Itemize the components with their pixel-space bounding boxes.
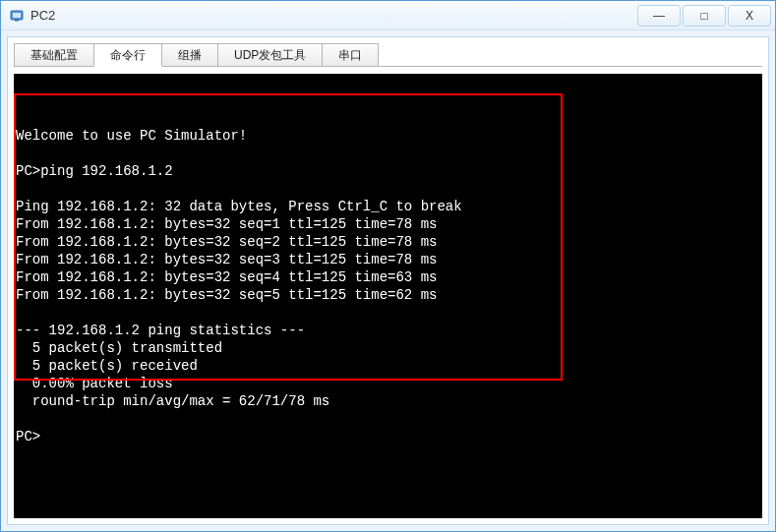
tab-label: 串口 bbox=[338, 47, 362, 64]
tab-label: 组播 bbox=[178, 47, 202, 64]
tab-multicast[interactable]: 组播 bbox=[161, 43, 218, 67]
terminal-line: Welcome to use PC Simulator! bbox=[16, 128, 247, 144]
client-area: 基础配置 命令行 组播 UDP发包工具 串口 Welcome to use PC… bbox=[7, 36, 769, 525]
window-controls: — □ X bbox=[637, 5, 771, 27]
terminal-output: Welcome to use PC Simulator! PC>ping 192… bbox=[14, 127, 762, 445]
tab-label: 命令行 bbox=[110, 47, 146, 64]
terminal-line: --- 192.168.1.2 ping statistics --- bbox=[16, 323, 305, 338]
terminal-line: PC>ping 192.168.1.2 bbox=[16, 163, 173, 179]
terminal-line: From 192.168.1.2: bytes=32 seq=1 ttl=125… bbox=[16, 216, 437, 232]
tab-label: 基础配置 bbox=[30, 47, 78, 64]
tab-label: UDP发包工具 bbox=[234, 47, 306, 64]
tab-basic-config[interactable]: 基础配置 bbox=[14, 43, 94, 67]
terminal-line: round-trip min/avg/max = 62/71/78 ms bbox=[16, 393, 329, 409]
svg-rect-1 bbox=[13, 13, 21, 18]
terminal-line: From 192.168.1.2: bytes=32 seq=5 ttl=125… bbox=[16, 287, 437, 303]
terminal-line: From 192.168.1.2: bytes=32 seq=4 ttl=125… bbox=[16, 269, 437, 285]
terminal[interactable]: Welcome to use PC Simulator! PC>ping 192… bbox=[14, 74, 762, 518]
terminal-line: From 192.168.1.2: bytes=32 seq=3 ttl=125… bbox=[16, 252, 437, 267]
svg-rect-2 bbox=[15, 20, 19, 22]
terminal-line: Ping 192.168.1.2: 32 data bytes, Press C… bbox=[16, 199, 462, 214]
maximize-button[interactable]: □ bbox=[683, 5, 726, 27]
application-window: PC2 — □ X 基础配置 命令行 组播 UDP发包工具 串口 Welcome… bbox=[0, 0, 776, 532]
tab-udp-tool[interactable]: UDP发包工具 bbox=[217, 43, 323, 67]
window-title: PC2 bbox=[30, 8, 55, 23]
terminal-line: From 192.168.1.2: bytes=32 seq=2 ttl=125… bbox=[16, 234, 437, 250]
close-button[interactable]: X bbox=[728, 5, 771, 27]
terminal-line: 0.00% packet loss bbox=[16, 376, 173, 391]
app-icon bbox=[9, 8, 25, 24]
titlebar[interactable]: PC2 — □ X bbox=[1, 1, 775, 30]
terminal-line: 5 packet(s) received bbox=[16, 358, 198, 374]
terminal-prompt[interactable]: PC> bbox=[16, 429, 40, 444]
tab-serial[interactable]: 串口 bbox=[322, 43, 379, 67]
tab-strip: 基础配置 命令行 组播 UDP发包工具 串口 bbox=[8, 37, 768, 67]
tab-command-line[interactable]: 命令行 bbox=[93, 43, 162, 67]
terminal-line: 5 packet(s) transmitted bbox=[16, 340, 222, 356]
minimize-button[interactable]: — bbox=[637, 5, 681, 27]
